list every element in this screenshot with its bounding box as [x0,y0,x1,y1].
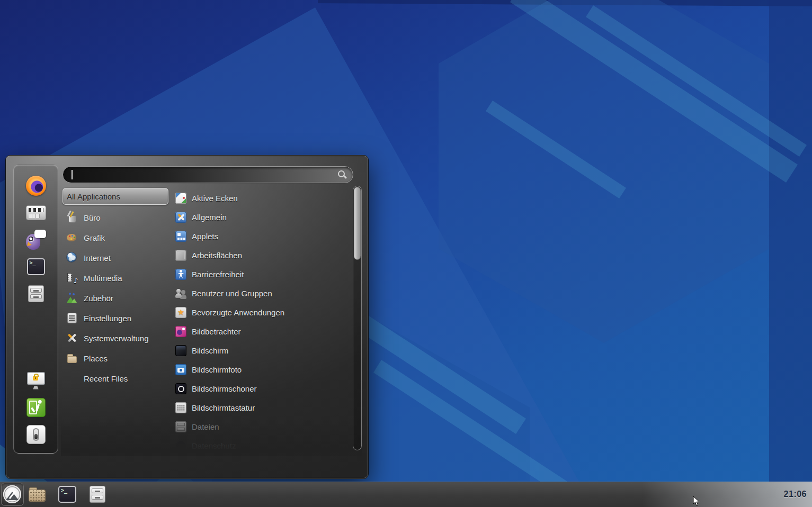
favorite-app-icon [26,176,46,196]
category-icon [66,252,78,264]
application-icon [175,402,186,413]
favorite-item-media-console[interactable] [25,203,47,223]
menu-category[interactable]: Places [63,348,168,368]
application-label: Aktive Ecken [192,194,238,203]
application-icon [175,231,186,242]
search-icon[interactable] [338,170,346,179]
application-label: Barrierefreiheit [192,270,244,279]
application-icon [175,440,186,451]
application-icon [175,307,186,318]
search-input[interactable] [63,167,353,183]
menu-application[interactable]: Applets [175,227,350,246]
menu-category[interactable]: All Applications [63,188,168,205]
menu-category[interactable]: Einstellungen [63,308,168,328]
session-button-lock-screen[interactable] [25,370,47,391]
application-icon [175,212,186,223]
favorite-item-terminal[interactable] [25,257,47,277]
menu-application[interactable]: Bevorzugte Anwendungen [175,303,350,322]
session-button-shutdown[interactable] [25,424,47,445]
application-icon [175,269,186,280]
application-label: Arbeitsflächen [192,251,242,260]
mouse-cursor [693,496,700,506]
application-label: Bildschirmfoto [192,365,242,374]
favorite-app-icon [27,258,45,275]
application-icon [175,364,186,375]
category-label: All Applications [67,192,120,201]
menu-category[interactable]: Grafik [63,228,168,248]
menu-application[interactable]: Bildschirmtastatur [175,398,350,417]
application-label: Bildschirm [192,346,228,355]
apps-scrollbar-track[interactable] [353,186,362,450]
application-label: Datenschutz [192,441,236,450]
category-label: Systemverwaltung [84,334,149,343]
application-list: Aktive Ecken Allgemein Applets Arbeitsfl… [175,188,350,455]
category-icon [66,332,78,344]
search-bar[interactable] [63,166,353,183]
application-label: Bildschirmschoner [192,384,257,393]
menu-application[interactable]: Aktive Ecken [175,188,350,207]
category-icon [66,312,78,324]
launcher-icon [29,487,46,502]
category-label: Büro [84,213,101,222]
favorite-app-icon [26,205,46,220]
favorite-app-icon [28,285,44,302]
application-label: Applets [192,232,218,241]
category-label: Places [84,354,108,363]
application-label: Bevorzugte Anwendungen [192,308,284,317]
application-icon [175,345,186,356]
menu-application[interactable]: Bildschirm [175,341,350,360]
text-caret [72,170,73,179]
menu-application[interactable]: Bildbetrachter [175,322,350,341]
menu-category[interactable]: Büro [63,207,168,228]
category-list: All Applications Büro Grafik Internet Mu… [63,188,168,388]
system-tray: 21:06 [767,482,812,507]
application-label: Bildschirmtastatur [192,403,255,412]
category-icon [66,292,78,304]
panel-launcher-file-cabinet[interactable] [88,484,106,505]
favorite-item-pidgin-messenger[interactable] [25,230,47,250]
session-icon [26,398,46,417]
apps-scrollbar-thumb[interactable] [354,187,361,260]
menu-application[interactable]: Dateien [175,417,350,436]
panel-launcher-terminal[interactable] [58,484,76,505]
menu-application[interactable]: Barrierefreiheit [175,265,350,284]
session-button-logout[interactable] [25,397,47,418]
bottom-panel: 21:06 [0,482,812,507]
application-label: Allgemein [192,213,227,222]
favorite-app-icon [26,230,46,250]
menu-application[interactable]: Benutzer und Gruppen [175,284,350,303]
application-icon [175,288,186,299]
menu-button[interactable] [1,483,24,506]
clock[interactable]: 21:06 [784,490,807,499]
application-icon [175,326,186,337]
application-icon [175,193,186,204]
session-icon [26,372,46,390]
category-label: Multimedia [84,274,122,283]
launcher-icon [58,486,76,503]
menu-category[interactable]: Multimedia [63,268,168,288]
category-label: Recent Files [84,374,128,383]
menu-application[interactable]: Bildschirmfoto [175,360,350,379]
panel-launcher-file-manager[interactable] [28,484,46,505]
category-icon [66,272,78,284]
menu-category[interactable]: Systemverwaltung [63,328,168,348]
application-icon [175,383,186,394]
category-icon [66,232,78,243]
menu-application[interactable]: Datenschutz [175,436,350,455]
favorite-item-file-cabinet[interactable] [25,284,47,304]
application-menu-window: All Applications Büro Grafik Internet Mu… [5,155,369,479]
application-label: Bildbetrachter [192,327,241,336]
menu-application[interactable]: Allgemein [175,207,350,227]
favorite-item-firefox[interactable] [25,176,47,196]
category-label: Grafik [84,233,105,242]
menu-category[interactable]: Recent Files [63,368,168,388]
category-label: Internet [84,254,111,262]
menu-application[interactable]: Arbeitsflächen [175,246,350,265]
category-icon [66,352,78,364]
favorites-sidebar [13,165,58,454]
category-label: Zubehör [84,294,113,303]
menu-application[interactable]: Bildschirmschoner [175,379,350,398]
application-icon [175,421,186,432]
menu-category[interactable]: Zubehör [63,288,168,308]
menu-category[interactable]: Internet [63,248,168,268]
